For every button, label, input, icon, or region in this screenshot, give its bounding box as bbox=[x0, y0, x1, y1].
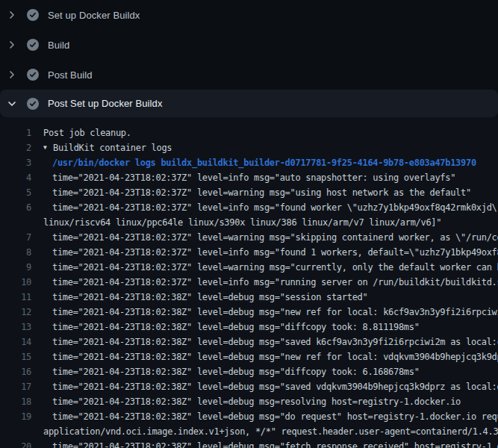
log-text: Post job cleanup. bbox=[43, 125, 131, 140]
log-line: 5time="2021-04-23T18:02:37Z" level=warni… bbox=[0, 185, 498, 200]
log-text: time="2021-04-23T18:02:37Z" level=info m… bbox=[52, 170, 455, 185]
log-text: time="2021-04-23T18:02:38Z" level=debug … bbox=[52, 379, 498, 394]
log-text: time="2021-04-23T18:02:38Z" level=debug … bbox=[52, 409, 498, 424]
step-row-post-set-up-docker-buildx[interactable]: Post Set up Docker Buildx bbox=[0, 90, 498, 117]
log-line: 14time="2021-04-23T18:02:38Z" level=debu… bbox=[0, 335, 498, 349]
log-text: BuildKit container logs bbox=[53, 140, 172, 155]
log-line-number[interactable]: 6 bbox=[0, 200, 31, 215]
chevron-right-icon bbox=[6, 9, 18, 21]
log-line-number[interactable]: 10 bbox=[0, 275, 31, 290]
log-line: 10time="2021-04-23T18:02:37Z" level=info… bbox=[0, 275, 498, 290]
log-line: 9time="2021-04-23T18:02:37Z" level=warni… bbox=[0, 260, 498, 275]
log-line-number[interactable]: 2 bbox=[0, 140, 31, 155]
log-line-number[interactable]: 12 bbox=[0, 305, 31, 320]
log-line: 16time="2021-04-23T18:02:38Z" level=debu… bbox=[0, 364, 498, 379]
log-line: 4time="2021-04-23T18:02:37Z" level=info … bbox=[0, 170, 498, 185]
log-line-number[interactable]: 8 bbox=[0, 245, 31, 260]
log-line-continuation: linux/riscv64 linux/ppc64le linux/s390x … bbox=[0, 215, 498, 230]
log-group-collapse-icon[interactable]: ▼ bbox=[43, 140, 53, 155]
log-text: time="2021-04-23T18:02:38Z" level=debug … bbox=[52, 290, 367, 305]
chevron-down-icon bbox=[6, 98, 18, 110]
log-text: time="2021-04-23T18:02:38Z" level=debug … bbox=[52, 335, 498, 349]
log-line: 15time="2021-04-23T18:02:38Z" level=debu… bbox=[0, 349, 498, 364]
workflow-steps-log-panel: Set up Docker Buildx Build Post Build bbox=[0, 0, 498, 448]
log-line-number[interactable]: 5 bbox=[0, 185, 31, 200]
log-line-number[interactable]: 15 bbox=[0, 349, 31, 364]
step-label: Set up Docker Buildx bbox=[48, 10, 140, 21]
log-line-number[interactable]: 3 bbox=[0, 155, 31, 170]
log-line: 1Post job cleanup. bbox=[0, 125, 498, 140]
log-viewer: 1Post job cleanup.2▼BuildKit container l… bbox=[0, 117, 498, 448]
log-line: 2▼BuildKit container logs bbox=[0, 140, 498, 155]
log-text: linux/riscv64 linux/ppc64le linux/s390x … bbox=[43, 215, 441, 230]
log-line-number[interactable]: 1 bbox=[0, 125, 31, 140]
log-line-number[interactable]: 14 bbox=[0, 335, 31, 349]
log-text: application/vnd.oci.image.index.v1+json,… bbox=[43, 424, 498, 439]
log-text: time="2021-04-23T18:02:37Z" level=info m… bbox=[52, 200, 498, 215]
step-row-post-build[interactable]: Post Build bbox=[0, 60, 498, 90]
log-command-text: /usr/bin/docker logs buildx_buildkit_bui… bbox=[52, 155, 476, 170]
chevron-right-icon bbox=[6, 39, 18, 51]
log-text: time="2021-04-23T18:02:38Z" level=debug … bbox=[52, 320, 420, 335]
log-line-number[interactable]: 7 bbox=[0, 230, 31, 245]
log-text: time="2021-04-23T18:02:37Z" level=info m… bbox=[52, 275, 498, 290]
log-line: 18time="2021-04-23T18:02:38Z" level=debu… bbox=[0, 394, 498, 409]
step-label: Post Build bbox=[48, 69, 93, 81]
check-circle-icon bbox=[27, 98, 39, 110]
log-line-number[interactable]: 18 bbox=[0, 394, 31, 409]
check-circle-icon bbox=[27, 9, 39, 21]
log-line-number[interactable]: 17 bbox=[0, 379, 31, 394]
log-line-number[interactable]: 9 bbox=[0, 260, 31, 275]
log-line-number bbox=[0, 215, 31, 230]
log-line-number[interactable]: 19 bbox=[0, 409, 31, 424]
log-line: 7time="2021-04-23T18:02:37Z" level=warni… bbox=[0, 230, 498, 245]
check-circle-icon bbox=[27, 39, 39, 51]
log-line: 3/usr/bin/docker logs buildx_buildkit_bu… bbox=[0, 155, 498, 170]
step-label: Build bbox=[48, 40, 69, 51]
log-line-number[interactable]: 20 bbox=[0, 439, 31, 448]
log-line: 8time="2021-04-23T18:02:37Z" level=info … bbox=[0, 245, 498, 260]
log-text: time="2021-04-23T18:02:37Z" level=warnin… bbox=[52, 230, 498, 245]
log-line: 19time="2021-04-23T18:02:38Z" level=debu… bbox=[0, 409, 498, 424]
log-text: time="2021-04-23T18:02:37Z" level=info m… bbox=[52, 245, 498, 260]
log-text: time="2021-04-23T18:02:37Z" level=warnin… bbox=[52, 260, 498, 275]
log-text: time="2021-04-23T18:02:38Z" level=debug … bbox=[52, 349, 498, 364]
log-line-continuation: application/vnd.oci.image.index.v1+json,… bbox=[0, 424, 498, 439]
steps-list: Set up Docker Buildx Build Post Build bbox=[0, 0, 498, 117]
log-text: time="2021-04-23T18:02:38Z" level=debug … bbox=[52, 439, 498, 448]
log-text: time="2021-04-23T18:02:38Z" level=debug … bbox=[52, 364, 420, 379]
log-line: 11time="2021-04-23T18:02:38Z" level=debu… bbox=[0, 290, 498, 305]
log-line: 20time="2021-04-23T18:02:38Z" level=debu… bbox=[0, 439, 498, 448]
log-line-number bbox=[0, 424, 31, 439]
log-line-number[interactable]: 16 bbox=[0, 364, 31, 379]
log-line-number[interactable]: 11 bbox=[0, 290, 31, 305]
log-text: time="2021-04-23T18:02:38Z" level=debug … bbox=[52, 394, 461, 409]
log-line-number[interactable]: 13 bbox=[0, 320, 31, 335]
log-line: 6time="2021-04-23T18:02:37Z" level=info … bbox=[0, 200, 498, 215]
chevron-right-icon bbox=[6, 69, 18, 81]
log-text: time="2021-04-23T18:02:37Z" level=warnin… bbox=[52, 185, 471, 200]
step-row-build[interactable]: Build bbox=[0, 30, 498, 60]
log-line: 13time="2021-04-23T18:02:38Z" level=debu… bbox=[0, 320, 498, 335]
log-line: 17time="2021-04-23T18:02:38Z" level=debu… bbox=[0, 379, 498, 394]
log-line: 12time="2021-04-23T18:02:38Z" level=debu… bbox=[0, 305, 498, 320]
check-circle-icon bbox=[27, 69, 39, 81]
log-lines: 1Post job cleanup.2▼BuildKit container l… bbox=[0, 125, 498, 448]
log-line-number[interactable]: 4 bbox=[0, 170, 31, 185]
step-row-set-up-docker-buildx[interactable]: Set up Docker Buildx bbox=[0, 0, 498, 30]
step-label: Post Set up Docker Buildx bbox=[48, 98, 163, 109]
log-text: time="2021-04-23T18:02:38Z" level=debug … bbox=[52, 305, 498, 320]
